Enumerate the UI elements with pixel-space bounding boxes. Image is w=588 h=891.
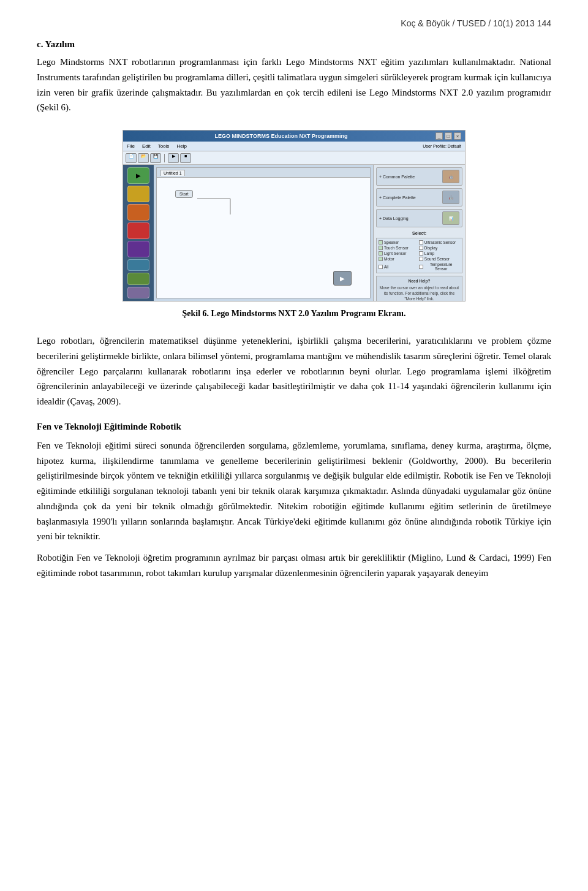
sw-close-btn[interactable]: ×: [454, 132, 461, 140]
sw-block-small[interactable]: [127, 259, 149, 271]
sw-block-go[interactable]: ▶: [127, 167, 149, 184]
sw-window-buttons: _ □ ×: [435, 132, 461, 140]
sw-cb-display[interactable]: Display: [419, 246, 458, 250]
sw-palette-datalogging-icon: 📊: [442, 211, 459, 225]
sw-cb-touch-label: Touch Sensor: [384, 246, 409, 250]
sw-cb-touch-box[interactable]: [379, 246, 383, 250]
sw-titlebar: LEGO MINDSTORMS Education NXT Programmin…: [123, 131, 465, 142]
sw-tab-untitled[interactable]: Untitled 1: [160, 170, 185, 176]
sw-cb-all-box[interactable]: [379, 265, 383, 269]
sw-cb-light-label: Light Sensor: [384, 251, 407, 256]
sw-maximize-btn[interactable]: □: [445, 132, 452, 140]
sw-block-red[interactable]: [127, 222, 149, 239]
sw-palette-datalogging[interactable]: + Data Logging 📊: [376, 209, 462, 227]
sw-cb-speaker[interactable]: Speaker: [379, 240, 418, 245]
sw-canvas-play-btn[interactable]: ▶: [333, 271, 352, 286]
section-fen-robotik: Fen ve Teknoloji Eğitiminde Robotik Fen …: [37, 422, 551, 581]
sw-cb-lamp[interactable]: Lamp: [419, 251, 458, 256]
sw-select-section: Speaker Ultrasonic Sensor Touch Sensor D…: [376, 238, 462, 273]
figure-6: LEGO MINDSTORMS Education NXT Programmin…: [37, 130, 551, 319]
sw-cb-light-box[interactable]: [379, 251, 383, 256]
section-yazilim: c. Yazılım Lego Mindstorms NXT robotları…: [37, 39, 551, 115]
sw-left-panel: ▶: [123, 165, 154, 301]
sw-canvas-tabs: Untitled 1: [157, 168, 370, 178]
sw-cb-motor-box[interactable]: [379, 257, 383, 261]
sw-menu-help[interactable]: Help: [176, 143, 186, 149]
sw-tb-new[interactable]: 📄: [126, 153, 137, 163]
sw-cb-light[interactable]: Light Sensor: [379, 251, 418, 256]
figure-6-caption-rest: Lego Mindstorms NXT 2.0 Yazılım Programı…: [209, 309, 405, 318]
sw-tb-divider: [164, 154, 165, 162]
sw-cb-ultrasonic-label: Ultrasonic Sensor: [424, 240, 456, 245]
sw-cb-all-label: All: [384, 265, 388, 269]
section-yazilim-title: c. Yazılım: [37, 39, 551, 50]
sw-canvas-content: Start ▶: [157, 178, 370, 298]
sw-cb-ultrasonic-box[interactable]: [419, 240, 423, 245]
sw-right-panel: + Common Palette 🤖 + Complete Palette 🤖 …: [373, 165, 465, 301]
sw-block-purple[interactable]: [127, 241, 149, 257]
sw-cb-temp-box[interactable]: [419, 265, 423, 269]
sw-menubar: File Edit Tools Help User Profile: Defau…: [123, 142, 465, 151]
figure-6-caption-bold: Şekil 6.: [183, 309, 209, 318]
sw-window-title: LEGO MINDSTORMS Education NXT Programmin…: [127, 133, 435, 139]
sw-cb-speaker-label: Speaker: [384, 240, 399, 245]
sw-cb-motor[interactable]: Motor: [379, 257, 418, 261]
sw-profile-label: User Profile: Default: [423, 144, 461, 148]
sw-cb-lamp-label: Lamp: [424, 251, 434, 256]
sw-main-area: ▶ Untitled 1 Start: [123, 165, 465, 301]
fen-robotik-title: Fen ve Teknoloji Eğitiminde Robotik: [37, 422, 551, 432]
sw-select-label: Select:: [376, 231, 462, 235]
sw-block-orange[interactable]: [127, 204, 149, 221]
fen-robotik-para1: Fen ve Teknoloji eğitimi süreci sonunda …: [37, 438, 551, 544]
sw-menu-file[interactable]: File: [127, 143, 135, 149]
sw-cb-all[interactable]: All: [379, 262, 418, 271]
sw-canvas-area: Untitled 1 Start ▶: [156, 167, 371, 298]
sw-cb-temp[interactable]: Temperature Sensor: [419, 262, 458, 271]
sw-palette-common-label: + Common Palette: [379, 175, 415, 179]
sw-palette-common-icon: 🤖: [442, 170, 459, 183]
sw-block-violet[interactable]: [127, 287, 149, 298]
sw-block-green[interactable]: [127, 273, 149, 284]
software-screenshot: LEGO MINDSTORMS Education NXT Programmin…: [123, 130, 466, 301]
sw-cb-sound-label: Sound Sensor: [424, 257, 450, 261]
sw-help-box: Need Help? Move the cursor over an objec…: [376, 276, 462, 301]
sw-cb-display-label: Display: [424, 246, 437, 250]
sw-help-title: Need Help?: [379, 278, 460, 284]
figure-6-caption: Şekil 6. Lego Mindstorms NXT 2.0 Yazılım…: [37, 309, 551, 319]
sw-palette-datalogging-label: + Data Logging: [379, 216, 409, 221]
sw-tb-stop[interactable]: ■: [180, 153, 191, 163]
sw-tb-save[interactable]: 💾: [150, 153, 161, 163]
sw-toolbar: 📄 📂 💾 ▶ ■: [123, 151, 465, 165]
sw-help-text: Move the cursor over an object to read a…: [379, 285, 460, 301]
sw-cb-touch[interactable]: Touch Sensor: [379, 246, 418, 250]
sw-palette-complete-label: + Complete Palette: [379, 195, 416, 200]
sw-cb-display-box[interactable]: [419, 246, 423, 250]
yazilim-para2: Lego robotları, öğrencilerin matematikse…: [37, 333, 551, 409]
sw-menu-edit[interactable]: Edit: [142, 143, 151, 149]
sw-cb-sound[interactable]: Sound Sensor: [419, 257, 458, 261]
sw-cb-ultrasonic[interactable]: Ultrasonic Sensor: [419, 240, 458, 245]
sw-tb-open[interactable]: 📂: [138, 153, 149, 163]
yazilim-para1: Lego Mindstorms NXT robotlarının program…: [37, 55, 551, 115]
fen-robotik-para2: Robotiğin Fen ve Teknoloji öğretim progr…: [37, 550, 551, 581]
sw-palette-common[interactable]: + Common Palette 🤖: [376, 167, 462, 186]
sw-block-yellow[interactable]: [127, 186, 149, 202]
sw-cb-lamp-box[interactable]: [419, 251, 423, 256]
sw-palette-complete[interactable]: + Complete Palette 🤖: [376, 188, 462, 207]
sw-cb-temp-label: Temperature Sensor: [424, 262, 458, 271]
sw-minimize-btn[interactable]: _: [435, 132, 443, 140]
sw-palette-complete-icon: 🤖: [442, 191, 459, 204]
sw-menu-tools[interactable]: Tools: [158, 143, 170, 149]
sw-tb-run[interactable]: ▶: [168, 153, 179, 163]
sw-cb-sound-box[interactable]: [419, 257, 423, 261]
sw-cb-motor-label: Motor: [384, 257, 394, 261]
page-header: Koç & Böyük / TUSED / 10(1) 2013 144: [37, 18, 551, 28]
sw-cb-speaker-box[interactable]: [379, 240, 383, 245]
